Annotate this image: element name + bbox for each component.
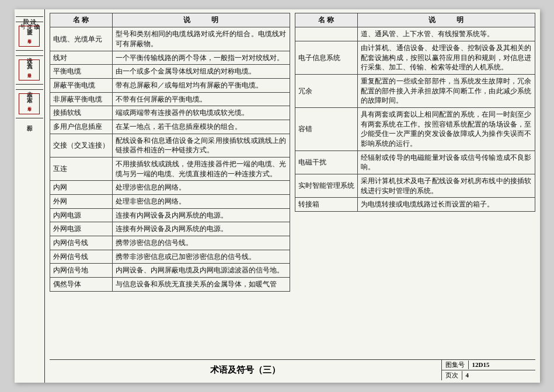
sidebar-section-7: 审定人 专用章 — [16, 90, 43, 118]
table-row: 冗余重复配置的一些或全部部件，当系统发生故障时，冗余配置的部件接入并承担故障不间… — [295, 75, 535, 108]
term-cell: 电子信息系统 — [295, 41, 357, 75]
term-cell: 内网信号线 — [50, 236, 112, 250]
def-cell: 不用接插软线或跳线，使用连接器件把一端的电缆、光缆与另一端的电缆、光缆直接相连的… — [112, 158, 290, 181]
table-row: 接插软线端或两端带有连接器件的软电缆或软光缆。 — [50, 106, 290, 120]
footer-yeci-row: 页次 4 — [442, 370, 535, 381]
right-table-section: 名 称 说 明 道、通风管、上下水管、有线报警系统等。电子信息系统由计算机、通信… — [295, 13, 535, 357]
table-row: 屏蔽平衡电缆带有总屏蔽和／或每组对均有屏蔽的平衡电缆。 — [50, 79, 290, 93]
def-cell: 重复配置的一些或全部部件，当系统发生故障时，冗余配置的部件接入并承担故障不间断工… — [357, 75, 535, 108]
table-row: 偶然导体与信息设备和系统无直接关系的金属导体，如暖气管 — [50, 278, 290, 292]
table-row: 内网电源连接有内网设备及内网系统的电源。 — [50, 208, 290, 222]
def-cell: 型号和类别相同的电缆线路对或光纤的组合。电缆线对可有屏蔽物。 — [112, 27, 290, 51]
term-cell: 电缆、光缆单元 — [50, 27, 112, 51]
table-row: 多用户信息插座在某一地点，若干信息插座模块的组合。 — [50, 120, 290, 134]
def-cell: 由一个或多个金属导体线对组成的对称电缆。 — [112, 65, 290, 79]
term-cell: 屏蔽平衡电缆 — [50, 79, 112, 93]
def-cell: 道、通风管、上下水管、有线报警系统等。 — [357, 27, 535, 41]
table-row: 电磁干扰经辐射或传导的电磁能量对设备或信号传输造成不良影响。 — [295, 150, 535, 174]
left-table-header-desc: 说 明 — [112, 13, 290, 27]
main-content: 名 称 说 明 电缆、光缆单元型号和类别相同的电缆线路对或光纤的组合。电缆线对可… — [45, 9, 540, 383]
term-cell: 外网信号线 — [50, 250, 112, 264]
sidebar-stamp-3: 专用章 — [19, 93, 40, 114]
def-cell: 端或两端带有连接器件的软电缆或软光缆。 — [112, 106, 290, 120]
sidebar-section-2: 修改文件号 — [16, 17, 43, 22]
term-cell: 冗余 — [295, 75, 357, 108]
table-row: 转接箱为电缆转接或电缆线路过长而设置的箱子。 — [295, 198, 535, 212]
term-cell: 内网 — [50, 181, 112, 195]
term-cell: 转接箱 — [295, 198, 357, 212]
table-row: 平衡电缆由一个或多个金属导体线对组成的对称电缆。 — [50, 65, 290, 79]
def-cell: 由计算机、通信设备、处理设备、控制设备及其相关的配套设施构成，按照以赢符应用目的… — [357, 41, 535, 75]
term-cell: 线对 — [50, 51, 112, 65]
sidebar-section-8: 图标 — [16, 118, 43, 380]
table-row: 实时智能管理系统采用计算机技术及电子配线设备对机房布线中的接插软线进行实时管理的… — [295, 174, 535, 198]
term-cell: 非屏蔽平衡电缆 — [50, 92, 112, 106]
sidebar-section-1: 设计阶段 — [16, 12, 43, 17]
def-cell: 连接有内网设备及内网系统的电源。 — [112, 208, 290, 222]
footer-yeci-label: 页次 — [442, 371, 462, 380]
table-row: 内网信号线携带涉密信息的信号线。 — [50, 236, 290, 250]
sidebar-stamp-1: 专用章 — [19, 26, 40, 47]
table-row: 线对一个平衡传输线路的两个导体，一般指一对对绞线对。 — [50, 51, 290, 65]
def-cell: 内网设备、内网屏蔽电缆及内网电源滤波器的信号地。 — [112, 264, 290, 278]
left-table-section: 名 称 说 明 电缆、光缆单元型号和类别相同的电缆线路对或光纤的组合。电缆线对可… — [50, 13, 290, 357]
def-cell: 为电缆转接或电缆线路过长而设置的箱子。 — [357, 198, 535, 212]
def-cell: 携带非涉密信息或已加密涉密信息的信号线。 — [112, 250, 290, 264]
term-cell: 内网电源 — [50, 208, 112, 222]
term-cell: 多用户信息插座 — [50, 120, 112, 134]
term-cell: 偶然导体 — [50, 278, 112, 292]
term-cell: 接插软线 — [50, 106, 112, 120]
table-row: 电子信息系统由计算机、通信设备、处理设备、控制设备及其相关的配套设施构成，按照以… — [295, 41, 535, 75]
def-cell: 携带涉密信息的信号线。 — [112, 236, 290, 250]
footer-tuhao-row: 图集号 12D15 — [442, 360, 535, 370]
def-cell: 在某一地点，若干信息插座模块的组合。 — [112, 120, 290, 134]
term-cell — [295, 27, 357, 41]
term-cell: 交接（交叉连接） — [50, 134, 112, 157]
table-row: 交接（交叉连接）配线设备和信息通信设备之间采用接插软线或跳线上的链接器件相连的一… — [50, 134, 290, 157]
sidebar-section-3: 资质证 专用章 — [16, 22, 43, 51]
def-cell: 与信息设备和系统无直接关系的金属导体，如暖气管 — [112, 278, 290, 292]
table-row: 外网处理非密信息的网络。 — [50, 195, 290, 209]
page-container: 设计阶段 修改文件号 资质证 专用章 设计人 负责人 注册章 审核人 审定人 专… — [15, 9, 540, 383]
table-row: 互连不用接插软线或跳线，使用连接器件把一端的电缆、光缆与另一端的电缆、光缆直接相… — [50, 158, 290, 181]
def-cell: 连接有外网设备及内网系统的电源。 — [112, 222, 290, 236]
table-row: 内网信号地内网设备、内网屏蔽电缆及内网电源滤波器的信号地。 — [50, 264, 290, 278]
table-row: 外网电源连接有外网设备及内网系统的电源。 — [50, 222, 290, 236]
def-cell: 具有两套或两套以上相同配置的系统，在同一时刻至少有两套系统在工作。按照容错系统配… — [357, 108, 535, 151]
term-cell: 容错 — [295, 108, 357, 151]
term-cell: 电磁干扰 — [295, 150, 357, 174]
def-cell: 处理非密信息的网络。 — [112, 195, 290, 209]
table-row: 外网信号线携带非涉密信息或已加密涉密信息的信号线。 — [50, 250, 290, 264]
term-cell: 互连 — [50, 158, 112, 181]
table-row: 非屏蔽平衡电缆不带有任何屏蔽的平衡电缆。 — [50, 92, 290, 106]
tables-row: 名 称 说 明 电缆、光缆单元型号和类别相同的电缆线路对或光纤的组合。电缆线对可… — [50, 13, 535, 357]
def-cell: 不带有任何屏蔽的平衡电缆。 — [112, 92, 290, 106]
def-cell: 处理涉密信息的网络。 — [112, 181, 290, 195]
def-cell: 采用计算机技术及电子配线设备对机房布线中的接插软线进行实时管理的系统。 — [357, 174, 535, 198]
left-table-header-name: 名 称 — [50, 13, 112, 27]
footer-yeci-value: 4 — [462, 372, 473, 379]
def-cell: 一个平衡传输线路的两个导体，一般指一对对绞线对。 — [112, 51, 290, 65]
term-cell: 实时智能管理系统 — [295, 174, 357, 198]
def-cell: 经辐射或传导的电磁能量对设备或信号传输造成不良影响。 — [357, 150, 535, 174]
footer-tuhao-label: 图集号 — [442, 360, 469, 369]
footer-tuhao-value: 12D15 — [469, 361, 493, 368]
term-cell: 外网 — [50, 195, 112, 209]
right-table-header-desc: 说 明 — [357, 13, 535, 27]
term-cell: 平衡电缆 — [50, 65, 112, 79]
term-cell: 外网电源 — [50, 222, 112, 236]
footer-meta: 图集号 12D15 页次 4 — [442, 360, 535, 380]
right-table-header-name: 名 称 — [295, 13, 357, 27]
sidebar-section-5: 负责人 注册章 — [16, 56, 43, 85]
footer-bar: 术语及符号（三） 图集号 12D15 页次 4 — [50, 359, 535, 380]
right-table: 名 称 说 明 道、通风管、上下水管、有线报警系统等。电子信息系统由计算机、通信… — [295, 13, 535, 212]
left-table: 名 称 说 明 电缆、光缆单元型号和类别相同的电缆线路对或光纤的组合。电缆线对可… — [50, 13, 290, 292]
table-row: 电缆、光缆单元型号和类别相同的电缆线路对或光纤的组合。电缆线对可有屏蔽物。 — [50, 27, 290, 51]
sidebar-section-4: 设计人 — [16, 51, 43, 56]
sidebar-section-6: 审核人 — [16, 85, 43, 90]
table-row: 道、通风管、上下水管、有线报警系统等。 — [295, 27, 535, 41]
table-row: 容错具有两套或两套以上相同配置的系统，在同一时刻至少有两套系统在工作。按照容错系… — [295, 108, 535, 151]
footer-title: 术语及符号（三） — [50, 360, 442, 380]
def-cell: 配线设备和信息通信设备之间采用接插软线或跳线上的链接器件相连的一种链接方式。 — [112, 134, 290, 157]
sidebar-stamp-2: 注册章 — [19, 60, 40, 80]
